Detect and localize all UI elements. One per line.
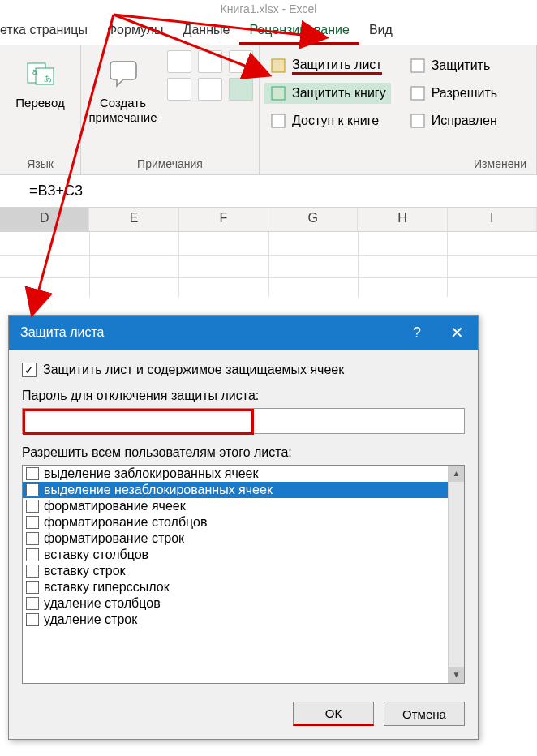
- perm-item-0[interactable]: выделение заблокированных ячеек: [23, 466, 464, 482]
- grid-area[interactable]: [0, 232, 537, 297]
- col-head-g[interactable]: G: [268, 208, 358, 231]
- password-label: Пароль для отключения защиты листа:: [22, 389, 465, 403]
- translate-icon: aあ: [21, 54, 60, 92]
- protect-sheet-dialog: Защита листа ? ✕ ✓ Защитить лист и содер…: [8, 315, 479, 740]
- tab-formulas[interactable]: Формулы: [97, 18, 174, 45]
- svg-rect-9: [411, 87, 424, 100]
- perm-checkbox[interactable]: [26, 597, 39, 610]
- protect-sheet-icon: [269, 57, 287, 75]
- formula-bar: [0, 175, 537, 208]
- protect-sheet-button[interactable]: Защитить лист: [264, 55, 391, 76]
- formula-input[interactable]: [0, 178, 537, 204]
- protect-share-button[interactable]: Защитить: [404, 55, 502, 76]
- svg-text:a: a: [32, 67, 37, 76]
- dialog-help-button[interactable]: ?: [398, 324, 436, 341]
- translate-button[interactable]: aあ Перевод: [12, 50, 67, 114]
- share-workbook-button[interactable]: Доступ к книге: [264, 110, 391, 131]
- perm-item-5[interactable]: вставку столбцов: [23, 547, 464, 563]
- ok-button[interactable]: ОК: [293, 702, 374, 726]
- svg-rect-4: [110, 62, 136, 79]
- col-head-d[interactable]: D: [0, 208, 89, 231]
- perm-item-3[interactable]: форматирование столбцов: [23, 514, 464, 530]
- perm-checkbox[interactable]: [26, 581, 39, 594]
- perm-item-6[interactable]: вставку строк: [23, 563, 464, 579]
- col-head-i[interactable]: I: [448, 208, 537, 231]
- dialog-titlebar: Защита листа ? ✕: [9, 316, 478, 350]
- perm-checkbox[interactable]: [26, 483, 39, 496]
- perm-checkbox[interactable]: [26, 548, 39, 561]
- perm-item-8[interactable]: удаление столбцов: [23, 595, 464, 612]
- protect-workbook-button[interactable]: Защитить книгу: [264, 83, 391, 104]
- tab-data[interactable]: Данные: [174, 18, 240, 45]
- protect-contents-label: Защитить лист и содержимое защищаемых яч…: [43, 363, 344, 377]
- tab-page-layout[interactable]: етка страницы: [0, 18, 97, 45]
- dialog-close-button[interactable]: ✕: [436, 323, 478, 342]
- ribbon-tabs: етка страницы Формулы Данные Рецензирова…: [0, 18, 537, 45]
- show-comment-icon[interactable]: [167, 78, 191, 101]
- password-input[interactable]: [23, 409, 254, 435]
- dialog-title: Защита листа: [20, 325, 398, 340]
- column-headers: D E F G H I: [0, 208, 537, 232]
- protect-contents-checkbox[interactable]: ✓: [22, 363, 37, 377]
- comment-icon: [104, 54, 143, 92]
- tab-view[interactable]: Вид: [359, 18, 402, 45]
- share-workbook-icon: [269, 112, 287, 130]
- perm-checkbox[interactable]: [26, 467, 39, 480]
- show-all-comments-icon[interactable]: [198, 78, 222, 101]
- svg-rect-10: [411, 114, 424, 127]
- prev-comment-icon[interactable]: [198, 50, 222, 73]
- perm-checkbox[interactable]: [26, 613, 39, 626]
- group-changes-label: Изменени: [264, 155, 531, 173]
- perm-item-9[interactable]: удаление строк: [23, 612, 464, 628]
- ribbon: aあ Перевод Язык Создать примечание П: [0, 45, 537, 175]
- perm-item-7[interactable]: вставку гиперссылок: [23, 579, 464, 595]
- svg-rect-7: [272, 114, 285, 127]
- svg-rect-8: [411, 59, 424, 72]
- perm-item-2[interactable]: форматирование ячеек: [23, 498, 464, 514]
- track-changes-icon: [409, 112, 427, 130]
- next-comment-icon[interactable]: [229, 50, 253, 73]
- delete-comment-icon[interactable]: [167, 50, 191, 73]
- perm-item-1[interactable]: выделение незаблокированных ячеек: [23, 482, 464, 498]
- protect-workbook-icon: [269, 84, 287, 102]
- allow-edit-icon: [409, 84, 427, 102]
- protect-share-icon: [409, 57, 427, 75]
- perm-checkbox[interactable]: [26, 565, 39, 578]
- col-head-h[interactable]: H: [358, 208, 447, 231]
- col-head-f[interactable]: F: [179, 208, 268, 231]
- window-title: Книга1.xlsx - Excel: [0, 0, 537, 18]
- svg-rect-5: [272, 59, 285, 72]
- permissions-label: Разрешить всем пользователям этого листа…: [22, 445, 465, 460]
- show-ink-icon[interactable]: [229, 78, 253, 101]
- perm-checkbox[interactable]: [26, 516, 39, 529]
- col-head-e[interactable]: E: [89, 208, 178, 231]
- new-comment-button[interactable]: Создать примечание: [85, 50, 160, 128]
- cancel-button[interactable]: Отмена: [384, 702, 465, 726]
- new-comment-label: Создать примечание: [88, 96, 157, 125]
- translate-label: Перевод: [15, 96, 64, 110]
- scroll-down-button[interactable]: ▼: [449, 667, 464, 683]
- permissions-scrollbar[interactable]: ▲ ▼: [448, 466, 464, 683]
- svg-text:あ: あ: [44, 74, 52, 83]
- allow-edit-ranges-button[interactable]: Разрешить: [404, 83, 502, 104]
- scroll-up-button[interactable]: ▲: [449, 466, 464, 482]
- svg-rect-6: [272, 87, 285, 100]
- perm-item-4[interactable]: форматирование строк: [23, 530, 464, 547]
- permissions-list: выделение заблокированных ячеек выделени…: [22, 465, 465, 684]
- group-comments-label: Примечания: [137, 155, 203, 173]
- perm-checkbox[interactable]: [26, 500, 39, 513]
- perm-checkbox[interactable]: [26, 532, 39, 545]
- track-changes-button[interactable]: Исправлен: [404, 110, 502, 131]
- group-language-label: Язык: [27, 155, 54, 173]
- tab-review[interactable]: Рецензирование: [239, 18, 359, 45]
- protect-contents-checkbox-row[interactable]: ✓ Защитить лист и содержимое защищаемых …: [22, 363, 465, 377]
